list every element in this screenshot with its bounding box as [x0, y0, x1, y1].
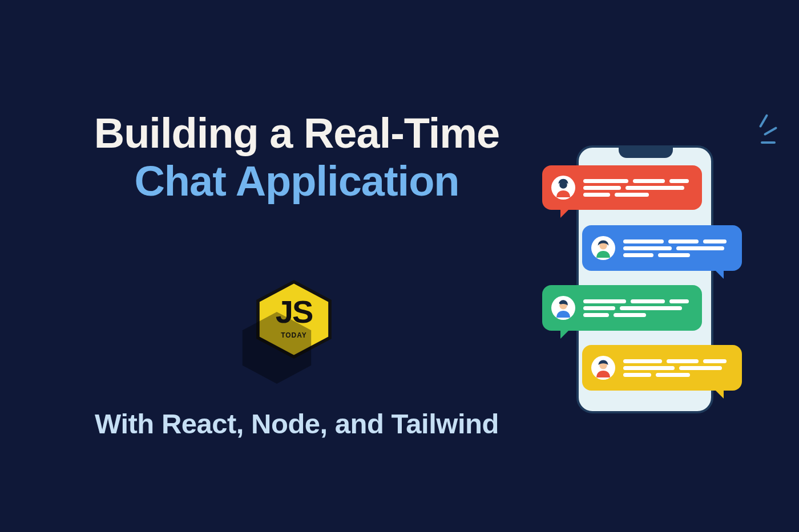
- chat-illustration: [542, 131, 742, 428]
- avatar-icon: [591, 236, 615, 260]
- text-lines-icon: [623, 356, 731, 380]
- text-lines-icon: [583, 176, 691, 200]
- title-line-2: Chat Application: [74, 159, 519, 204]
- chat-bubble-green: [542, 285, 702, 331]
- avatar-icon: [551, 176, 575, 200]
- chat-bubble-blue: [582, 225, 742, 271]
- text-lines-icon: [583, 297, 691, 320]
- js-today-logo: JS TODAY: [248, 279, 340, 359]
- logo-text-today: TODAY: [281, 331, 307, 339]
- phone-notch-icon: [619, 148, 673, 158]
- hexagon-badge: JS TODAY: [248, 279, 340, 359]
- chat-bubble-red: [542, 165, 702, 210]
- text-lines-icon: [623, 237, 731, 260]
- hero-title: Building a Real-Time Chat Application: [74, 111, 519, 203]
- avatar-icon: [591, 356, 615, 380]
- subtitle-text: With React, Node, and Tailwind: [74, 408, 519, 440]
- title-line-1: Building a Real-Time: [74, 111, 519, 156]
- logo-text-js: JS: [276, 293, 313, 330]
- chat-bubble-yellow: [582, 345, 742, 391]
- avatar-icon: [551, 296, 575, 320]
